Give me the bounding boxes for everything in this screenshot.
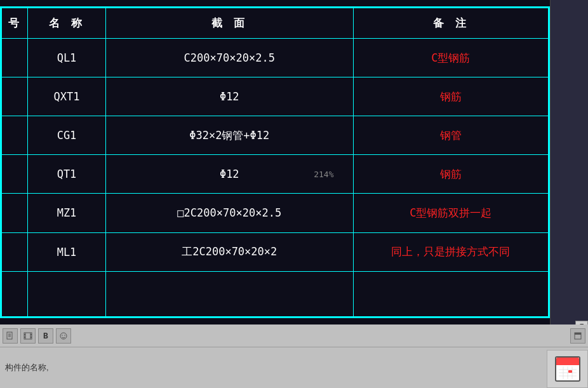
cell-section: Φ32×2钢管+Φ12 [106,116,354,155]
cell-num [2,116,28,155]
cell-note: C型钢筋双拼一起 [353,194,549,232]
data-table-container: 号 名 称 截 面 备 注 QL1 C200×70×20×2.5 C型钢筋 [0,6,550,318]
bold-label: B [43,331,48,340]
table-row: QT1 Φ12 214% 钢筋 [2,155,549,194]
cell-name: QL1 [28,39,106,77]
svg-point-12 [62,335,63,336]
header-num: 号 [2,8,28,39]
cell-section: Φ12 [106,77,354,116]
smiley-icon[interactable] [56,328,71,344]
toolbar-icons-row: B [0,324,588,347]
status-text: 构件的名称, [5,362,49,373]
cell-section: C200×70×20×2.5 [106,39,354,77]
film-icon[interactable] [20,328,36,344]
table-row: ML1 工2C200×70×20×2 同上，只是拼接方式不同 [2,232,549,271]
cell-name: MZ1 [28,194,106,232]
cell-section [106,271,354,316]
svg-point-13 [64,335,65,336]
cell-num [2,271,28,316]
zoom-indicator: 214% [314,170,333,179]
cell-section: Φ12 214% [106,155,354,194]
cell-note: C型钢筋 [353,39,549,77]
cell-note: 钢管 [353,116,549,155]
svg-rect-22 [568,370,572,373]
calendar-icon [555,356,580,382]
calendar-widget[interactable] [547,350,588,388]
cell-num [2,155,28,194]
bold-button[interactable]: B [38,328,53,344]
cell-note: 同上，只是拼接方式不同 [353,232,549,271]
cell-num [2,232,28,271]
cell-num [2,194,28,232]
cell-note: 钢筋 [353,155,549,194]
cell-name: ML1 [28,232,106,271]
cad-drawing-area: 号 名 称 截 面 备 注 QL1 C200×70×20×2.5 C型钢筋 [0,0,588,324]
cell-num [2,39,28,77]
cell-name: QT1 [28,155,106,194]
cell-note: 钢筋 [353,77,549,116]
cell-note [353,271,549,316]
status-text-area: 构件的名称, [0,347,588,388]
paper-icon[interactable] [3,328,18,344]
svg-rect-15 [575,333,581,335]
header-section: 截 面 [106,8,354,39]
table-row: CG1 Φ32×2钢管+Φ12 钢管 [2,116,549,155]
component-table: 号 名 称 截 面 备 注 QL1 C200×70×20×2.5 C型钢筋 [1,8,549,317]
cell-name: CG1 [28,116,106,155]
header-name: 名 称 [28,8,106,39]
cell-num [2,77,28,116]
cell-name: QXT1 [28,77,106,116]
table-row: QL1 C200×70×20×2.5 C型钢筋 [2,39,549,77]
header-note: 备 注 [353,8,549,39]
cell-name [28,271,106,316]
right-panel [550,0,588,324]
bottom-toolbar: B 构件的名称, [0,324,588,388]
cell-section: 工2C200×70×20×2 [106,232,354,271]
window-icon-right[interactable] [570,328,585,344]
cell-section: □2C200×70×20×2.5 [106,194,354,232]
table-row: MZ1 □2C200×70×20×2.5 C型钢筋双拼一起 [2,194,549,232]
table-row [2,271,549,316]
table-row: QXT1 Φ12 钢筋 [2,77,549,116]
